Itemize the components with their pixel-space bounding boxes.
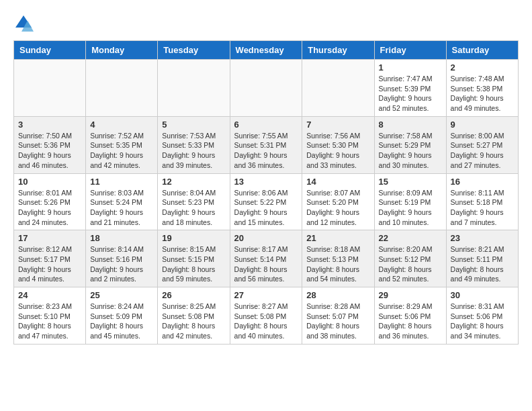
- day-number: 12: [162, 177, 225, 187]
- day-number: 1: [379, 62, 442, 73]
- day-info: Sunrise: 7:55 AM Sunset: 5:31 PM Dayligh…: [234, 131, 298, 171]
- day-cell: 18Sunrise: 8:14 AM Sunset: 5:16 PM Dayli…: [86, 230, 158, 287]
- logo-icon: [13, 13, 34, 34]
- day-number: 8: [379, 120, 442, 130]
- day-number: 16: [451, 177, 514, 187]
- day-info: Sunrise: 7:58 AM Sunset: 5:29 PM Dayligh…: [379, 131, 442, 171]
- day-cell: 2Sunrise: 7:48 AM Sunset: 5:38 PM Daylig…: [446, 60, 518, 117]
- day-cell: 13Sunrise: 8:06 AM Sunset: 5:22 PM Dayli…: [230, 173, 302, 230]
- day-number: 2: [451, 62, 514, 73]
- day-info: Sunrise: 8:24 AM Sunset: 5:09 PM Dayligh…: [90, 302, 153, 341]
- day-info: Sunrise: 8:01 AM Sunset: 5:26 PM Dayligh…: [18, 188, 81, 228]
- weekday-header-saturday: Saturday: [446, 41, 518, 60]
- weekday-header-monday: Monday: [86, 41, 158, 60]
- day-number: 24: [18, 290, 81, 300]
- header: [13, 13, 519, 34]
- day-cell: 26Sunrise: 8:25 AM Sunset: 5:08 PM Dayli…: [158, 287, 230, 345]
- day-number: 4: [90, 120, 153, 130]
- day-info: Sunrise: 8:15 AM Sunset: 5:15 PM Dayligh…: [162, 244, 225, 284]
- day-number: 29: [379, 290, 442, 300]
- day-cell: 16Sunrise: 8:11 AM Sunset: 5:18 PM Dayli…: [446, 173, 518, 230]
- day-info: Sunrise: 8:21 AM Sunset: 5:11 PM Dayligh…: [451, 244, 514, 284]
- day-number: 10: [18, 177, 81, 187]
- calendar-table: SundayMondayTuesdayWednesdayThursdayFrid…: [13, 40, 519, 345]
- day-cell: 14Sunrise: 8:07 AM Sunset: 5:20 PM Dayli…: [302, 173, 374, 230]
- day-cell: 9Sunrise: 8:00 AM Sunset: 5:27 PM Daylig…: [446, 116, 518, 173]
- day-cell: [14, 60, 86, 117]
- day-cell: 4Sunrise: 7:52 AM Sunset: 5:35 PM Daylig…: [86, 116, 158, 173]
- day-cell: 7Sunrise: 7:56 AM Sunset: 5:30 PM Daylig…: [302, 116, 374, 173]
- day-cell: 15Sunrise: 8:09 AM Sunset: 5:19 PM Dayli…: [374, 173, 446, 230]
- weekday-header-thursday: Thursday: [302, 41, 374, 60]
- day-cell: 24Sunrise: 8:23 AM Sunset: 5:10 PM Dayli…: [14, 287, 86, 345]
- day-cell: 23Sunrise: 8:21 AM Sunset: 5:11 PM Dayli…: [446, 230, 518, 287]
- day-cell: 21Sunrise: 8:18 AM Sunset: 5:13 PM Dayli…: [302, 230, 374, 287]
- day-info: Sunrise: 8:04 AM Sunset: 5:23 PM Dayligh…: [162, 188, 225, 228]
- day-cell: 25Sunrise: 8:24 AM Sunset: 5:09 PM Dayli…: [86, 287, 158, 345]
- day-cell: 17Sunrise: 8:12 AM Sunset: 5:17 PM Dayli…: [14, 230, 86, 287]
- day-number: 13: [234, 177, 298, 187]
- day-info: Sunrise: 8:09 AM Sunset: 5:19 PM Dayligh…: [379, 188, 442, 228]
- day-number: 21: [306, 233, 369, 243]
- week-row-5: 24Sunrise: 8:23 AM Sunset: 5:10 PM Dayli…: [14, 287, 519, 345]
- day-number: 7: [306, 120, 369, 130]
- day-number: 18: [90, 233, 153, 243]
- day-info: Sunrise: 8:28 AM Sunset: 5:07 PM Dayligh…: [306, 302, 369, 341]
- week-row-2: 3Sunrise: 7:50 AM Sunset: 5:36 PM Daylig…: [14, 116, 519, 173]
- day-cell: 3Sunrise: 7:50 AM Sunset: 5:36 PM Daylig…: [14, 116, 86, 173]
- day-info: Sunrise: 8:18 AM Sunset: 5:13 PM Dayligh…: [306, 244, 369, 284]
- day-info: Sunrise: 8:20 AM Sunset: 5:12 PM Dayligh…: [379, 244, 442, 284]
- day-cell: [302, 60, 374, 117]
- day-info: Sunrise: 8:12 AM Sunset: 5:17 PM Dayligh…: [18, 244, 81, 284]
- day-info: Sunrise: 7:50 AM Sunset: 5:36 PM Dayligh…: [18, 131, 81, 171]
- day-number: 20: [234, 233, 298, 243]
- day-number: 27: [234, 290, 298, 300]
- day-cell: 8Sunrise: 7:58 AM Sunset: 5:29 PM Daylig…: [374, 116, 446, 173]
- day-info: Sunrise: 8:11 AM Sunset: 5:18 PM Dayligh…: [451, 188, 514, 228]
- weekday-header-row: SundayMondayTuesdayWednesdayThursdayFrid…: [14, 41, 519, 60]
- day-number: 17: [18, 233, 81, 243]
- day-cell: 10Sunrise: 8:01 AM Sunset: 5:26 PM Dayli…: [14, 173, 86, 230]
- day-cell: 22Sunrise: 8:20 AM Sunset: 5:12 PM Dayli…: [374, 230, 446, 287]
- day-number: 5: [162, 120, 225, 130]
- day-info: Sunrise: 7:48 AM Sunset: 5:38 PM Dayligh…: [451, 74, 514, 113]
- day-number: 9: [451, 120, 514, 130]
- day-info: Sunrise: 8:31 AM Sunset: 5:06 PM Dayligh…: [451, 302, 514, 341]
- day-cell: [86, 60, 158, 117]
- day-cell: 20Sunrise: 8:17 AM Sunset: 5:14 PM Dayli…: [230, 230, 302, 287]
- day-info: Sunrise: 8:00 AM Sunset: 5:27 PM Dayligh…: [451, 131, 514, 171]
- week-row-3: 10Sunrise: 8:01 AM Sunset: 5:26 PM Dayli…: [14, 173, 519, 230]
- day-info: Sunrise: 7:56 AM Sunset: 5:30 PM Dayligh…: [306, 131, 369, 171]
- day-cell: [230, 60, 302, 117]
- day-number: 26: [162, 290, 225, 300]
- weekday-header-sunday: Sunday: [14, 41, 86, 60]
- day-info: Sunrise: 8:06 AM Sunset: 5:22 PM Dayligh…: [234, 188, 298, 228]
- week-row-4: 17Sunrise: 8:12 AM Sunset: 5:17 PM Dayli…: [14, 230, 519, 287]
- day-cell: 12Sunrise: 8:04 AM Sunset: 5:23 PM Dayli…: [158, 173, 230, 230]
- day-cell: 19Sunrise: 8:15 AM Sunset: 5:15 PM Dayli…: [158, 230, 230, 287]
- day-info: Sunrise: 8:03 AM Sunset: 5:24 PM Dayligh…: [90, 188, 153, 228]
- day-number: 19: [162, 233, 225, 243]
- day-info: Sunrise: 8:14 AM Sunset: 5:16 PM Dayligh…: [90, 244, 153, 284]
- day-number: 6: [234, 120, 298, 130]
- weekday-header-tuesday: Tuesday: [158, 41, 230, 60]
- day-number: 15: [379, 177, 442, 187]
- day-info: Sunrise: 7:47 AM Sunset: 5:39 PM Dayligh…: [379, 74, 442, 113]
- day-info: Sunrise: 8:27 AM Sunset: 5:08 PM Dayligh…: [234, 302, 298, 341]
- day-cell: 1Sunrise: 7:47 AM Sunset: 5:39 PM Daylig…: [374, 60, 446, 117]
- logo: [13, 13, 36, 34]
- day-number: 25: [90, 290, 153, 300]
- day-number: 28: [306, 290, 369, 300]
- day-number: 3: [18, 120, 81, 130]
- day-cell: 28Sunrise: 8:28 AM Sunset: 5:07 PM Dayli…: [302, 287, 374, 345]
- day-cell: 6Sunrise: 7:55 AM Sunset: 5:31 PM Daylig…: [230, 116, 302, 173]
- day-info: Sunrise: 7:52 AM Sunset: 5:35 PM Dayligh…: [90, 131, 153, 171]
- weekday-header-friday: Friday: [374, 41, 446, 60]
- day-info: Sunrise: 8:17 AM Sunset: 5:14 PM Dayligh…: [234, 244, 298, 284]
- day-cell: 11Sunrise: 8:03 AM Sunset: 5:24 PM Dayli…: [86, 173, 158, 230]
- day-number: 14: [306, 177, 369, 187]
- day-info: Sunrise: 8:29 AM Sunset: 5:06 PM Dayligh…: [379, 302, 442, 341]
- day-number: 23: [451, 233, 514, 243]
- day-number: 22: [379, 233, 442, 243]
- day-cell: [158, 60, 230, 117]
